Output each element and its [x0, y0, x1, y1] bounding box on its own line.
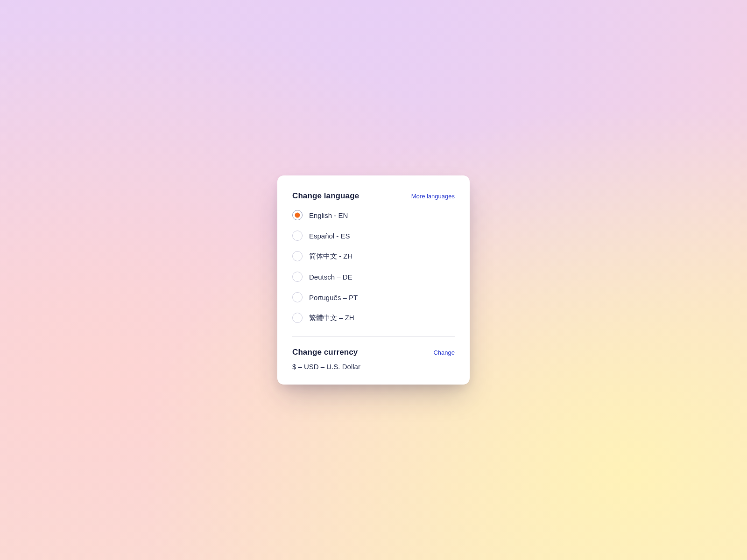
language-option-label: Deutsch – DE	[309, 273, 352, 281]
language-title: Change language	[292, 191, 359, 201]
language-option-es[interactable]: Español - ES	[292, 231, 455, 241]
more-languages-link[interactable]: More languages	[411, 193, 455, 200]
language-option-label: Español - ES	[309, 232, 350, 240]
radio-icon	[292, 251, 303, 261]
language-option-label: English - EN	[309, 211, 348, 219]
radio-icon	[292, 210, 303, 220]
language-option-label: Português – PT	[309, 294, 358, 301]
language-option-label: 繁體中文 – ZH	[309, 314, 354, 322]
currency-section-header: Change currency Change	[292, 348, 455, 357]
language-options: English - EN Español - ES 简体中文 - ZH Deut…	[292, 210, 455, 323]
language-option-zh-simplified[interactable]: 简体中文 - ZH	[292, 251, 455, 261]
language-option-label: 简体中文 - ZH	[309, 252, 352, 261]
radio-icon	[292, 231, 303, 241]
language-option-en[interactable]: English - EN	[292, 210, 455, 220]
currency-value: $ – USD – U.S. Dollar	[292, 363, 455, 371]
language-option-zh-traditional[interactable]: 繁體中文 – ZH	[292, 313, 455, 323]
currency-title: Change currency	[292, 348, 358, 357]
radio-icon	[292, 292, 303, 302]
change-currency-link[interactable]: Change	[433, 349, 455, 356]
language-section-header: Change language More languages	[292, 191, 455, 201]
settings-card: Change language More languages English -…	[277, 175, 470, 385]
radio-icon	[292, 272, 303, 282]
section-divider	[292, 336, 455, 336]
language-option-de[interactable]: Deutsch – DE	[292, 272, 455, 282]
language-option-pt[interactable]: Português – PT	[292, 292, 455, 302]
radio-icon	[292, 313, 303, 323]
